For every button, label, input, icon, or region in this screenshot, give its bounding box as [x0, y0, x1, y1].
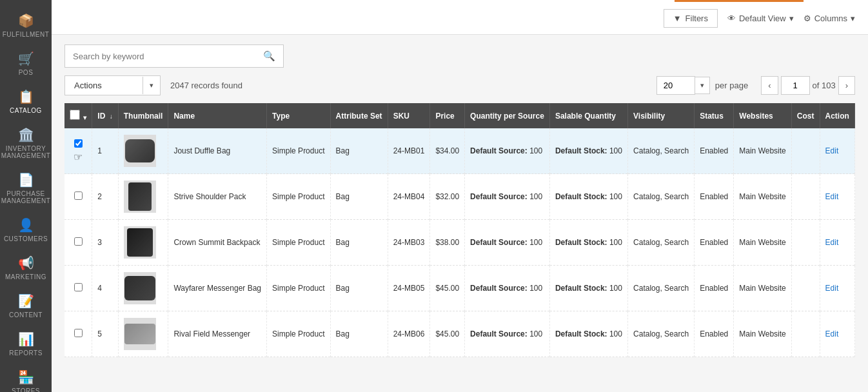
row-checkbox-3[interactable] [74, 283, 83, 291]
row-sku: 24-MB05 [388, 266, 430, 311]
columns-label: Columns [814, 14, 847, 23]
row-checkbox-1[interactable] [74, 191, 83, 200]
row-attribute-set: Bag [330, 128, 388, 174]
eye-icon: 👁 [727, 14, 736, 23]
next-page-button[interactable]: › [838, 76, 855, 95]
row-salable-qty: Default Stock: 100 [549, 311, 627, 357]
thumbnail-shape [125, 139, 155, 162]
per-page-select: 20 ▾ per page [656, 76, 748, 95]
toolbar-right: 20 ▾ per page ‹ of 103 › [656, 76, 855, 95]
salable-label: Default Stock: [555, 192, 607, 201]
filters-button[interactable]: ▼ Filters [664, 9, 718, 28]
qty-source-label: Default Source: [470, 329, 528, 338]
row-attribute-set: Bag [330, 266, 388, 311]
table-header-row: ▾ ID ↓ Thumbnail Name Type Attribute Set… [64, 103, 855, 128]
view-selector[interactable]: 👁 Default View ▾ [727, 14, 794, 23]
columns-arrow-icon: ▾ [851, 14, 855, 23]
row-type: Simple Product [267, 174, 330, 220]
search-button[interactable]: 🔍 [255, 45, 283, 67]
toolbar: Actions ▾ 2047 records found 20 ▾ per pa… [64, 75, 855, 95]
row-status: Enabled [695, 220, 734, 266]
row-name: Wayfarer Messenger Bag [168, 266, 267, 311]
row-status: Enabled [695, 266, 734, 311]
edit-link[interactable]: Edit [825, 329, 839, 338]
sidebar-item-inventory[interactable]: 🏛️ INVENTORY MANAGEMENT [0, 121, 52, 166]
sidebar-label-stores: STORES [12, 387, 40, 392]
salable-label: Default Stock: [555, 329, 607, 338]
row-attribute-set: Bag [330, 220, 388, 266]
stores-icon: 🏪 [18, 369, 34, 385]
row-checkbox-cell: ☞ [64, 128, 92, 174]
edit-link[interactable]: Edit [825, 192, 839, 201]
row-name: Crown Summit Backpack [168, 220, 267, 266]
row-visibility: Catalog, Search [628, 266, 695, 311]
edit-link[interactable]: Edit [825, 284, 839, 293]
row-visibility: Catalog, Search [628, 174, 695, 220]
thumbnail-shape [128, 182, 152, 211]
row-type: Simple Product [267, 266, 330, 311]
per-page-input[interactable]: 20 [656, 76, 695, 95]
sidebar-item-content[interactable]: 📝 CONTENT [0, 287, 52, 325]
select-all-checkbox[interactable] [70, 110, 80, 120]
marketing-icon: 📢 [18, 255, 34, 271]
sidebar-label-pos: POS [19, 69, 34, 76]
sidebar-item-catalog[interactable]: 📋 CATALOG [0, 83, 52, 121]
row-attribute-set: Bag [330, 174, 388, 220]
row-checkbox-cell [64, 266, 92, 311]
row-type: Simple Product [267, 128, 330, 174]
product-thumbnail [124, 226, 156, 259]
edit-link[interactable]: Edit [825, 238, 839, 247]
sidebar-item-purchase[interactable]: 📄 PURCHASE MANAGEMENT [0, 166, 52, 211]
sidebar-item-reports[interactable]: 📊 REPORTS [0, 325, 52, 363]
purchase-icon: 📄 [18, 172, 34, 188]
sidebar-item-stores[interactable]: 🏪 STORES [0, 363, 52, 392]
thumbnail-shape [124, 276, 155, 300]
page-number-input[interactable] [781, 76, 810, 95]
th-price: Price [430, 103, 465, 128]
row-websites: Main Website [734, 174, 792, 220]
actions-dropdown[interactable]: Actions ▾ [64, 75, 161, 95]
row-visibility: Catalog, Search [628, 311, 695, 357]
row-price: $38.00 [430, 220, 465, 266]
search-input[interactable] [65, 46, 255, 66]
thumbnail-shape [124, 324, 155, 344]
sidebar-item-fulfillment[interactable]: 📦 FULFILLMENT [0, 6, 52, 44]
row-cost [791, 128, 820, 174]
table-row: ☞ 1 Joust Duffle Bag Simple Product Bag … [64, 128, 855, 174]
qty-source-label: Default Source: [470, 192, 528, 201]
pagination: ‹ of 103 › [761, 76, 855, 95]
row-qty-source: Default Source: 100 [465, 266, 550, 311]
th-visibility: Visibility [628, 103, 695, 128]
per-page-arrow-icon[interactable]: ▾ [695, 77, 710, 94]
row-checkbox-cell [64, 174, 92, 220]
row-cost [791, 174, 820, 220]
row-checkbox-2[interactable] [74, 237, 83, 246]
toolbar-left: Actions ▾ 2047 records found [64, 75, 242, 95]
prev-page-button[interactable]: ‹ [761, 76, 778, 95]
row-price: $34.00 [430, 128, 465, 174]
row-action: Edit [820, 220, 854, 266]
salable-label: Default Stock: [555, 238, 607, 247]
edit-link[interactable]: Edit [825, 146, 839, 155]
row-action: Edit [820, 266, 854, 311]
table-row: 3 Crown Summit Backpack Simple Product B… [64, 220, 855, 266]
row-checkbox-4[interactable] [74, 329, 83, 337]
qty-source-label: Default Source: [470, 146, 528, 155]
columns-selector[interactable]: ⚙ Columns ▾ [804, 14, 855, 23]
row-visibility: Catalog, Search [628, 128, 695, 174]
product-thumbnail [124, 181, 156, 213]
per-page-label: per page [715, 81, 748, 90]
sidebar-label-reports: REPORTS [9, 349, 43, 357]
th-id[interactable]: ID ↓ [92, 103, 118, 128]
row-qty-source: Default Source: 100 [465, 174, 550, 220]
row-id: 3 [92, 220, 118, 266]
row-status: Enabled [695, 311, 734, 357]
sidebar-item-marketing[interactable]: 📢 MARKETING [0, 249, 52, 287]
customers-icon: 👤 [18, 217, 34, 233]
row-checkbox-0[interactable] [74, 139, 83, 148]
row-name: Rival Field Messenger [168, 311, 267, 357]
row-name: Joust Duffle Bag [168, 128, 267, 174]
row-cost [791, 311, 820, 357]
sidebar-item-customers[interactable]: 👤 CUSTOMERS [0, 211, 52, 249]
sidebar-item-pos[interactable]: 🛒 POS [0, 44, 52, 83]
